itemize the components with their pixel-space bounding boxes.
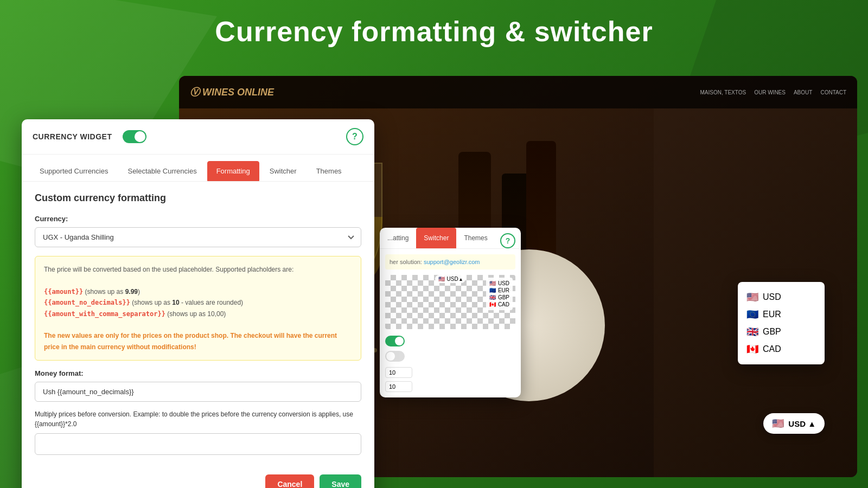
eu-flag-icon: 🇪🇺 [746,309,758,320]
small-panel-help[interactable]: ? [500,233,515,248]
tab-switcher-label: Switcher [270,167,297,175]
mini-cad: 🇨🇦 CAD [489,301,509,308]
mini-cad-label: CAD [498,301,509,307]
usd-bar-label: USD ▲ [788,419,816,428]
tab-formatting-label: Formatting [216,167,250,175]
panel-help-button[interactable]: ? [346,128,363,145]
money-format-label: Money format: [35,369,361,377]
mini-usd-bar-label: USD ▴ [447,276,463,282]
mini-gb-flag: 🇬🇧 [489,294,496,300]
small-input-2[interactable] [385,381,412,392]
mock-logo: Ⓥ WINES ONLINE [190,86,274,99]
nav-item: MAISON, TEXTOS [700,89,746,95]
section-title: Custom currency formatting [35,192,361,204]
switcher-widget[interactable]: 🇺🇸 USD 🇪🇺 EUR 🇬🇧 GBP 🇨🇦 CAD [738,282,825,364]
cancel-button[interactable]: Cancel [265,474,314,488]
ca-flag-icon: 🇨🇦 [746,343,758,355]
tab-supported-currencies-label: Supported Currencies [40,167,108,175]
panel-body: Custom currency formatting Currency: UGX… [22,182,374,466]
mini-eur-label: EUR [498,287,509,293]
currency-field-label: Currency: [35,215,361,223]
mini-usd-bar: 🇺🇸 USD ▴ [435,275,466,283]
gbp-label: GBP [763,327,781,337]
tab-selectable-currencies[interactable]: Selectable Currencies [118,161,206,181]
tab-formatting[interactable]: Formatting [207,161,259,181]
mini-gbp: 🇬🇧 GBP [489,294,509,301]
panel-header-left: CURRENCY WIDGET [33,130,146,143]
tabs-row: Supported Currencies Selectable Currenci… [22,155,374,182]
mini-currency-list: 🇺🇸 USD 🇪🇺 EUR 🇬🇧 GBP 🇨🇦 CAD [486,278,513,310]
small-input-1[interactable] [385,367,412,378]
eur-label: EUR [763,310,781,319]
contact-text: her solution: support@geolizr.com [385,254,515,269]
mini-usd: 🇺🇸 USD [489,280,509,287]
mini-eu-flag: 🇪🇺 [489,287,496,293]
contact-email[interactable]: support@geolizr.com [424,259,480,265]
mini-usd-bar-flag: 🇺🇸 [438,276,445,282]
info-line1: The price will be converted based on the… [44,264,352,275]
small-tab-formatting[interactable]: ...atting [380,228,416,248]
tab-selectable-currencies-label: Selectable Currencies [127,167,196,175]
mini-us-flag: 🇺🇸 [489,280,496,286]
gb-flag-icon: 🇬🇧 [746,326,758,338]
theme-preview: 🇺🇸 USD 🇪🇺 EUR 🇬🇧 GBP 🇨🇦 CAD [385,275,515,329]
toggle-on[interactable] [385,336,405,346]
small-tab-formatting-label: ...atting [387,234,409,242]
small-tab-themes[interactable]: Themes [456,228,495,248]
input-row-2 [385,381,515,392]
currency-cad-row[interactable]: 🇨🇦 CAD [746,341,816,358]
info-box: The price will be converted based on the… [35,256,361,361]
nav-item: ABOUT [794,89,812,95]
currency-gbp-row[interactable]: 🇬🇧 GBP [746,323,816,341]
mini-usd-label: USD [498,280,509,286]
mini-gbp-label: GBP [498,294,509,300]
nav-item: CONTACT [820,89,846,95]
small-switcher-tabs: ...atting Switcher Themes [380,228,521,249]
tab-supported-currencies[interactable]: Supported Currencies [30,161,117,181]
toggle-off[interactable] [385,351,405,362]
mini-ca-flag: 🇨🇦 [489,301,496,307]
page-title: Currency formatting & switcher [0,15,868,48]
mock-navbar: Ⓥ WINES ONLINE MAISON, TEXTOS OUR WINES … [179,76,857,108]
currency-usd-row[interactable]: 🇺🇸 USD [746,288,816,306]
tab-switcher[interactable]: Switcher [260,161,306,181]
multiply-input[interactable] [35,433,361,455]
us-flag-icon: 🇺🇸 [746,291,758,303]
small-switcher-panel: ...atting Switcher Themes ? her solution… [380,228,521,397]
usd-bar-flag: 🇺🇸 [772,418,784,429]
mini-eur: 🇪🇺 EUR [489,287,509,294]
save-button[interactable]: Save [320,474,361,488]
info-placeholder3: {{amount_with_comma_separator}} (shows u… [44,309,352,319]
currency-select[interactable]: UGX - Uganda Shilling [35,227,361,247]
cad-label: CAD [763,344,781,354]
small-switcher-body: her solution: support@geolizr.com 🇺🇸 USD… [380,249,521,397]
currency-eur-row[interactable]: 🇪🇺 EUR [746,306,816,323]
panel-toggle[interactable] [123,130,146,143]
tab-themes-label: Themes [316,167,342,175]
usd-label: USD [763,292,781,302]
currency-widget-panel: CURRENCY WIDGET ? Supported Currencies S… [22,119,374,488]
info-warning: The new values are only for the prices o… [44,330,352,352]
input-row [385,367,515,378]
panel-title: CURRENCY WIDGET [33,132,112,141]
small-tab-switcher-label: Switcher [424,234,449,242]
toggle-row-2 [385,349,515,364]
money-format-input[interactable] [35,382,361,402]
tab-themes[interactable]: Themes [307,161,351,181]
info-placeholder1: {{amount}} (shows up as 9.99) [44,286,352,297]
small-tab-themes-label: Themes [464,234,487,242]
nav-item: OUR WINES [754,89,786,95]
mock-nav-items: MAISON, TEXTOS OUR WINES ABOUT CONTACT [700,89,846,95]
multiply-label: Multiply prices before conversion. Examp… [35,409,361,429]
panel-footer: Cancel Save [22,466,374,488]
usd-bar[interactable]: 🇺🇸 USD ▲ [763,413,825,434]
small-tab-switcher[interactable]: Switcher [416,228,456,248]
toggle-row-1 [385,333,515,349]
info-placeholder2: {{amount_no_decimals}} (shows up as 10 -… [44,297,352,308]
panel-header: CURRENCY WIDGET ? [22,119,374,155]
